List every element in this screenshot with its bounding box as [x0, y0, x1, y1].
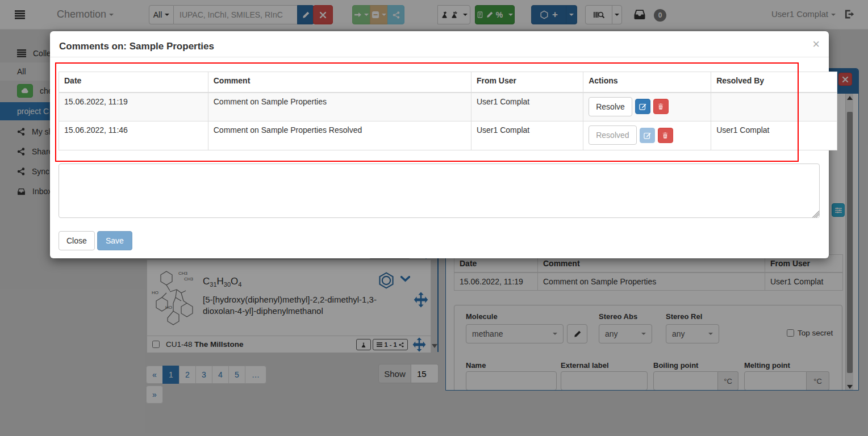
comment-from-user: User1 Complat: [471, 93, 583, 121]
modal-close-icon[interactable]: ×: [812, 38, 820, 51]
comments-table: Date Comment From User Actions Resolved …: [59, 72, 837, 150]
comment-from-user: User1 Complat: [471, 121, 583, 150]
trash-icon: [662, 132, 669, 139]
trash-icon: [657, 103, 664, 110]
column-header-from-user: From User: [471, 72, 583, 93]
column-header-actions: Actions: [583, 72, 711, 93]
resolved-button: Resolved: [589, 125, 636, 145]
edit-icon: [644, 132, 651, 139]
modal-header-divider: [50, 57, 829, 57]
delete-comment-button[interactable]: [653, 99, 669, 114]
column-header-date: Date: [59, 72, 208, 93]
column-header-comment: Comment: [208, 72, 471, 93]
table-row: 15.06.2022, 11:46 Comment on Sample Prop…: [59, 121, 837, 150]
comment-actions: Resolved: [583, 121, 711, 150]
table-header-row: Date Comment From User Actions Resolved …: [59, 72, 837, 93]
new-comment-textarea[interactable]: [59, 164, 820, 218]
close-button[interactable]: Close: [59, 231, 95, 250]
edit-icon: [639, 103, 646, 110]
edit-comment-button: [640, 128, 655, 143]
edit-comment-button[interactable]: [635, 99, 650, 114]
save-button[interactable]: Save: [97, 231, 132, 250]
app-root: Chemotion All % +: [0, 0, 868, 436]
comment-text: Comment on Sample Properties: [208, 93, 471, 121]
comment-actions: Resolve: [583, 93, 711, 121]
comment-text: Comment on Sample Properties Resolved: [208, 121, 471, 150]
table-row: 15.06.2022, 11:19 Comment on Sample Prop…: [59, 93, 837, 121]
delete-comment-button[interactable]: [658, 128, 673, 143]
modal-title: Comments on: Sample Properties: [59, 41, 214, 52]
comment-date: 15.06.2022, 11:19: [59, 93, 208, 121]
comment-resolved-by: [711, 93, 837, 121]
resolve-button[interactable]: Resolve: [589, 97, 632, 116]
comment-resolved-by: User1 Complat: [711, 121, 837, 150]
column-header-resolved-by: Resolved By: [711, 72, 837, 93]
comment-date: 15.06.2022, 11:46: [59, 121, 208, 150]
comments-modal: Comments on: Sample Properties × Date Co…: [50, 31, 829, 258]
